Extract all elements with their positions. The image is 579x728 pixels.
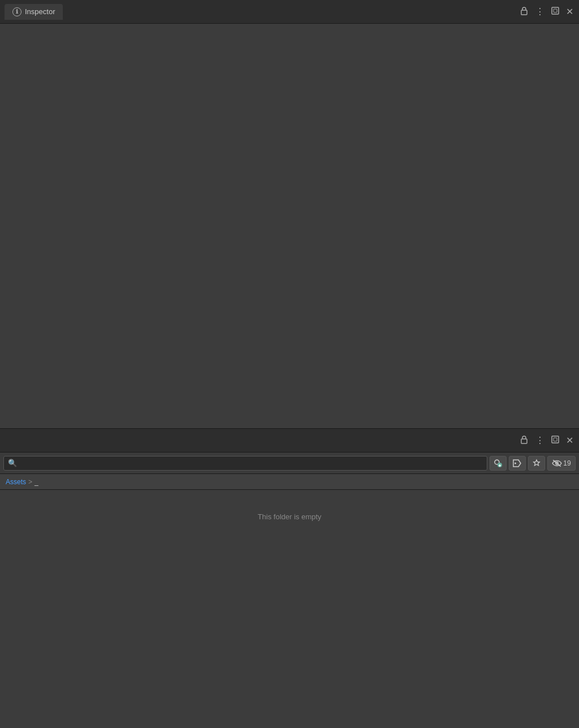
hidden-count-button[interactable]: 19	[547, 456, 576, 471]
favorites-button[interactable]	[528, 456, 545, 471]
inspector-maximize-icon[interactable]	[550, 6, 560, 18]
search-input[interactable]	[3, 456, 487, 471]
svg-rect-4	[552, 436, 559, 443]
inspector-more-icon[interactable]: ⋮	[534, 6, 546, 18]
assets-content: This folder is empty	[0, 490, 579, 728]
filter-label-button[interactable]	[509, 456, 526, 471]
assets-panel: ⋮ ✕ 🔍	[0, 429, 579, 728]
inspector-panel: ℹ Inspector ⋮ ✕	[0, 0, 579, 428]
inspector-lock-icon[interactable]	[518, 5, 530, 18]
empty-folder-message: This folder is empty	[258, 512, 321, 521]
assets-breadcrumb: Assets > _	[0, 474, 579, 490]
inspector-close-icon[interactable]: ✕	[565, 6, 574, 18]
inspector-controls: ⋮ ✕	[518, 5, 574, 18]
inspector-tab[interactable]: ℹ Inspector	[5, 4, 63, 20]
assets-more-icon[interactable]: ⋮	[534, 435, 546, 446]
info-icon: ℹ	[12, 7, 22, 16]
inspector-content	[0, 24, 579, 428]
inspector-title: Inspector	[25, 7, 55, 16]
breadcrumb-root[interactable]: Assets	[6, 478, 26, 486]
svg-rect-2	[554, 9, 557, 12]
breadcrumb-separator: >	[28, 478, 32, 486]
assets-close-icon[interactable]: ✕	[565, 435, 574, 446]
svg-rect-0	[521, 10, 527, 15]
assets-lock-icon[interactable]	[518, 434, 530, 447]
svg-rect-5	[554, 438, 557, 441]
breadcrumb-current: _	[35, 478, 38, 486]
filter-type-button[interactable]	[490, 456, 507, 471]
hidden-count-label: 19	[563, 459, 571, 467]
assets-titlebar: ⋮ ✕	[0, 429, 579, 453]
assets-controls: ⋮ ✕	[518, 434, 574, 447]
svg-point-8	[514, 462, 516, 464]
assets-toolbar: 🔍	[0, 453, 579, 474]
assets-maximize-icon[interactable]	[550, 434, 560, 446]
inspector-titlebar: ℹ Inspector ⋮ ✕	[0, 0, 579, 24]
svg-rect-1	[552, 7, 559, 14]
search-wrapper: 🔍	[3, 456, 487, 471]
svg-rect-3	[521, 439, 527, 443]
